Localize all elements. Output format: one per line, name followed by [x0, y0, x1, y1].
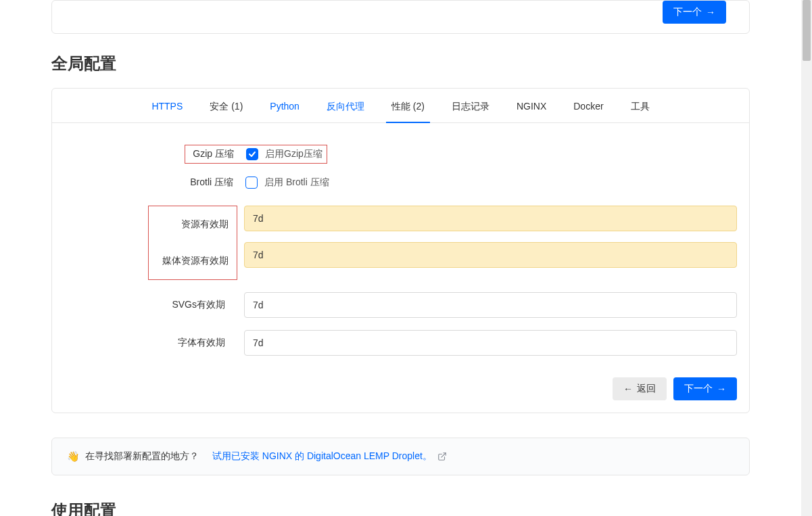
tab-security[interactable]: 安全 (1)	[196, 89, 256, 122]
arrow-right-icon: →	[706, 7, 715, 18]
svg-line-0	[441, 453, 446, 457]
input-fonts-expires[interactable]	[244, 330, 737, 356]
input-svgs-expires[interactable]	[244, 292, 737, 318]
label-enable-brotli: 启用 Brotli 压缩	[264, 177, 329, 189]
expires-highlight-box: 资源有效期 媒体资源有效期	[148, 206, 237, 280]
gzip-highlight-box: Gzip 压缩 启用Gzip压缩	[185, 145, 327, 164]
section-title-usage: 使用配置	[51, 500, 801, 516]
check-icon	[248, 150, 256, 158]
tab-tools[interactable]: 工具	[617, 89, 663, 122]
tab-performance[interactable]: 性能 (2)	[378, 89, 438, 122]
scrollbar-vertical[interactable]	[801, 0, 812, 516]
row-gzip: Gzip 压缩 启用Gzip压缩	[64, 142, 737, 166]
next-button-top[interactable]: 下一个 →	[663, 1, 726, 24]
label-gzip: Gzip 压缩	[185, 148, 246, 160]
arrow-right-icon: →	[717, 383, 726, 394]
checkbox-brotli[interactable]	[245, 177, 258, 189]
label-brotli: Brotli 压缩	[64, 177, 245, 189]
external-link-icon	[437, 452, 447, 461]
next-button[interactable]: 下一个 →	[673, 377, 737, 400]
scrollbar-thumb[interactable]	[803, 0, 811, 61]
tabs: HTTPS 安全 (1) Python 反向代理 性能 (2) 日志记录 NGI…	[52, 89, 749, 123]
section-title-global: 全局配置	[51, 53, 801, 74]
back-button-label: 返回	[637, 383, 656, 395]
row-fonts-expires: 字体有效期	[64, 330, 737, 356]
label-enable-gzip: 启用Gzip压缩	[265, 148, 323, 160]
label-fonts-expires: 字体有效期	[64, 337, 237, 349]
tab-reverse-proxy[interactable]: 反向代理	[313, 89, 378, 122]
input-assets-expires[interactable]	[244, 206, 737, 231]
next-button-label: 下一个	[673, 6, 702, 18]
wave-icon: 👋	[67, 450, 80, 463]
prev-panel-footer: 下一个 →	[51, 0, 750, 34]
row-svgs-expires: SVGs有效期	[64, 292, 737, 318]
arrow-left-icon: ←	[623, 383, 633, 394]
input-media-expires[interactable]	[244, 242, 737, 268]
back-button[interactable]: ← 返回	[613, 377, 667, 400]
checkbox-gzip[interactable]	[246, 148, 258, 160]
label-media-expires: 媒体资源有效期	[149, 243, 237, 279]
tab-logging[interactable]: 日志记录	[438, 89, 503, 122]
tab-nginx[interactable]: NGINX	[503, 89, 560, 122]
next-button-label: 下一个	[684, 383, 713, 395]
global-config-panel: HTTPS 安全 (1) Python 反向代理 性能 (2) 日志记录 NGI…	[51, 88, 750, 413]
label-assets-expires: 资源有效期	[149, 206, 237, 243]
row-brotli: Brotli 压缩 启用 Brotli 压缩	[64, 170, 737, 195]
promo-intro: 在寻找部署新配置的地方？	[85, 450, 199, 463]
tab-https[interactable]: HTTPS	[138, 89, 196, 122]
promo-link[interactable]: 试用已安装 NGINX 的 DigitalOcean LEMP Droplet。	[212, 450, 432, 463]
tab-docker[interactable]: Docker	[560, 89, 617, 122]
tab-python[interactable]: Python	[256, 89, 313, 122]
promo-panel: 👋 在寻找部署新配置的地方？ 试用已安装 NGINX 的 DigitalOcea…	[51, 438, 750, 475]
label-svgs-expires: SVGs有效期	[64, 299, 237, 311]
